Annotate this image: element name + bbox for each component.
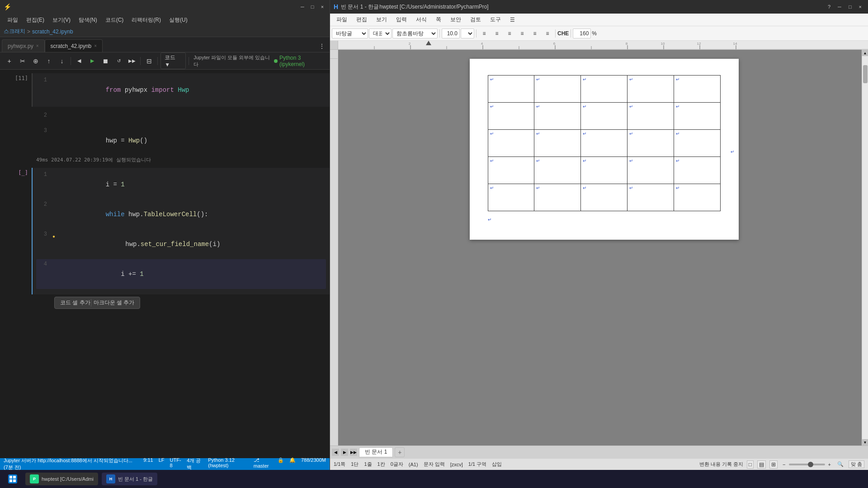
cell-hwp-content[interactable]: 3 hwp = Hwp() 49ms 2024.07.22 20:39:19에 …: [32, 124, 330, 166]
menu-file[interactable]: 파일: [4, 15, 22, 25]
hwp-menu-insert[interactable]: 입력: [392, 15, 411, 24]
table-cell-1-2[interactable]: ↵: [534, 76, 581, 103]
table-cell-5-2[interactable]: ↵: [534, 184, 581, 211]
font-name-select[interactable]: 함초롬바탕: [392, 28, 438, 38]
table-cell-2-2[interactable]: ↵: [534, 103, 581, 130]
align-justify-btn[interactable]: ≡: [516, 28, 528, 39]
stop-btn[interactable]: ⏹: [100, 55, 111, 67]
tab-pyhwpx-close[interactable]: ×: [36, 43, 39, 48]
hwp-view-layout-btn[interactable]: ▤: [757, 460, 766, 469]
align-left-btn[interactable]: ≡: [478, 28, 490, 39]
menu-navigate[interactable]: 탐색(N): [75, 15, 101, 25]
hwp-menu-file[interactable]: 파일: [332, 15, 352, 24]
restart-btn[interactable]: ↺: [113, 55, 124, 67]
add-cell-btn[interactable]: +: [4, 55, 15, 67]
taskbar-pycharm[interactable]: P hwptest [C:/Users/Admi: [25, 473, 98, 485]
table-cell-5-1[interactable]: ↵: [488, 184, 534, 211]
table-cell-4-4[interactable]: ↵: [627, 157, 674, 184]
tab-scratch-close[interactable]: ×: [94, 43, 97, 48]
minimize-btn[interactable]: ─: [299, 3, 306, 10]
tab-scratch[interactable]: scratch_42.ipynb ×: [45, 39, 103, 52]
scroll-track[interactable]: [862, 56, 868, 439]
hwp-menu-more[interactable]: ☰: [505, 16, 519, 24]
windows-start-btn[interactable]: [4, 473, 22, 485]
table-cell-4-3[interactable]: ↵: [581, 157, 627, 184]
table-cell-3-1[interactable]: ↵: [488, 130, 534, 157]
table-cell-2-1[interactable]: ↵: [488, 103, 534, 130]
table-cell-1-4[interactable]: ↵: [627, 76, 674, 103]
font-size-input[interactable]: [442, 28, 460, 38]
tooltip-add-code[interactable]: 코드 셀 추가: [60, 299, 90, 307]
hwp-menu-review[interactable]: 검토: [466, 15, 486, 24]
zoom-percent-icon[interactable]: 🔍: [836, 461, 845, 467]
table-cell-5-3[interactable]: ↵: [581, 184, 627, 211]
move-up-btn[interactable]: ↑: [43, 55, 54, 67]
table-cell-2-3[interactable]: ↵: [581, 103, 627, 130]
table-cell-1-5[interactable]: ↵: [674, 76, 720, 103]
align-right-btn[interactable]: ≡: [504, 28, 515, 39]
taskbar-hwp[interactable]: H 빈 문서 1 - 한글: [102, 473, 157, 485]
run-btn[interactable]: ▶: [87, 55, 98, 67]
run-prev-btn[interactable]: ◀: [74, 55, 85, 67]
table-cell-3-5[interactable]: ↵: [674, 130, 720, 157]
scroll-down-btn[interactable]: ▼: [862, 439, 868, 445]
table-cell-3-3[interactable]: ↵: [581, 130, 627, 157]
align-justify-left-btn[interactable]: ≡: [529, 28, 541, 39]
font-family-select[interactable]: 바탕굴: [332, 28, 368, 38]
tab-pyhwpx[interactable]: pyhwpx.py ×: [2, 39, 45, 52]
run-all-btn[interactable]: ▶▶: [126, 55, 137, 67]
table-cell-4-5[interactable]: ↵: [674, 157, 720, 184]
zoom-minus-btn[interactable]: −: [781, 462, 787, 467]
zoom-plus-btn[interactable]: +: [827, 462, 832, 467]
menu-refactor[interactable]: 리팩터링(R): [128, 15, 165, 25]
table-cell-4-1[interactable]: ↵: [488, 157, 534, 184]
clear-btn[interactable]: ⊟: [143, 55, 155, 67]
font-unit-select[interactable]: pt: [461, 28, 474, 38]
zoom-fit-btn[interactable]: 맞 춤: [849, 460, 864, 468]
tooltip-add-markdown[interactable]: 마크다운 셀 추가: [94, 299, 135, 307]
breadcrumb-root[interactable]: 스크래치: [4, 28, 25, 35]
copy-btn[interactable]: ⊕: [30, 55, 41, 67]
move-down-btn[interactable]: ↓: [57, 55, 68, 67]
page-next-btn[interactable]: ▶: [341, 449, 348, 456]
hwp-menu-page[interactable]: 쪽: [431, 15, 446, 24]
cell-main-content[interactable]: 1 i = 1 2 while hwp.TableLowerCell():: [32, 168, 330, 294]
hwp-menu-tools[interactable]: 도구: [486, 15, 505, 24]
table-cell-3-2[interactable]: ↵: [534, 130, 581, 157]
menu-view[interactable]: 보기(V): [49, 15, 74, 25]
hwp-menu-format[interactable]: 서식: [411, 15, 431, 24]
scroll-thumb[interactable]: [863, 65, 868, 83]
table-cell-5-4[interactable]: ↵: [627, 184, 674, 211]
code-area[interactable]: [11] 1 from pyhwpx import Hwp 2: [0, 70, 330, 458]
hwp-close-btn[interactable]: ×: [856, 3, 864, 10]
table-cell-2-4[interactable]: ↵: [627, 103, 674, 130]
hwp-add-page-btn[interactable]: +: [395, 447, 405, 457]
hwp-document-area[interactable]: ↵ ↵ ↵ ↵ ↵ ↵ ↵ ↵: [338, 50, 862, 445]
table-cell-1-3[interactable]: ↵: [581, 76, 627, 103]
table-cell-1-1[interactable]: ↵: [488, 76, 534, 103]
zoom-track[interactable]: [789, 464, 825, 465]
table-cell-3-4[interactable]: ↵: [627, 130, 674, 157]
page-end-btn[interactable]: ▶▶: [350, 449, 357, 456]
menu-run[interactable]: 실행(U): [165, 15, 191, 25]
font-style-select[interactable]: 대표: [369, 28, 392, 38]
page-prev-btn[interactable]: ◀: [332, 449, 339, 456]
hwp-menu-edit[interactable]: 편집: [352, 15, 372, 24]
hwp-menu-view[interactable]: 보기: [372, 15, 392, 24]
menu-edit[interactable]: 편집(E): [23, 15, 48, 25]
zoom-input[interactable]: [573, 28, 591, 38]
zoom-thumb[interactable]: [808, 462, 813, 467]
menu-code[interactable]: 코드(C): [102, 15, 127, 25]
align-distribute-btn[interactable]: ≡: [542, 28, 553, 39]
table-cell-5-5[interactable]: ↵: [674, 184, 720, 211]
hwp-page-tab-1[interactable]: 빈 문서 1: [359, 447, 393, 457]
hwp-maximize-btn[interactable]: □: [846, 3, 854, 10]
maximize-btn[interactable]: □: [309, 3, 316, 10]
table-cell-4-2[interactable]: ↵: [534, 157, 581, 184]
breadcrumb-file[interactable]: scratch_42.ipynb: [32, 28, 73, 35]
more-tabs-btn[interactable]: ⋮: [316, 40, 328, 52]
hwp-menu-security[interactable]: 보안: [446, 15, 466, 24]
cut-btn[interactable]: ✂: [17, 55, 28, 67]
table-cell-2-5[interactable]: ↵: [674, 103, 720, 130]
hwp-minimize-btn[interactable]: ─: [835, 3, 844, 10]
